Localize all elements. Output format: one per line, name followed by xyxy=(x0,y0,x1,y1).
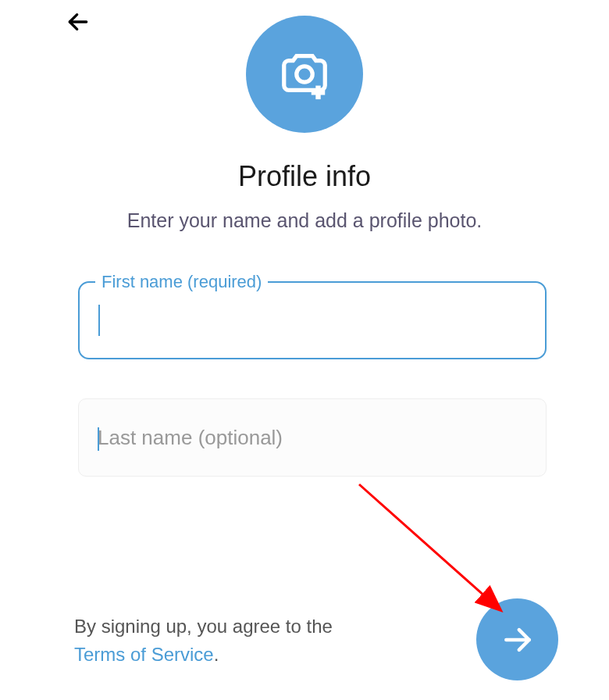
last-name-placeholder: Last name (optional) xyxy=(98,426,283,450)
first-name-input[interactable] xyxy=(100,309,526,333)
svg-line-6 xyxy=(359,484,500,609)
last-name-field-container: Last name (optional) xyxy=(78,398,547,477)
add-photo-button[interactable] xyxy=(246,16,363,133)
next-button[interactable] xyxy=(476,598,558,680)
terms-text: By signing up, you agree to the Terms of… xyxy=(74,612,355,669)
first-name-field[interactable]: First name (required) xyxy=(78,281,547,359)
first-name-label: First name (required) xyxy=(95,272,268,292)
terms-prefix: By signing up, you agree to the xyxy=(74,616,333,637)
arrow-left-icon xyxy=(66,9,91,34)
last-name-field[interactable]: Last name (optional) xyxy=(78,398,547,477)
camera-add-icon xyxy=(277,47,332,102)
first-name-field-container: First name (required) xyxy=(78,281,547,359)
page-title: Profile info xyxy=(0,160,609,193)
page-subtitle: Enter your name and add a profile photo. xyxy=(0,209,609,232)
terms-of-service-link[interactable]: Terms of Service xyxy=(74,644,214,665)
terms-suffix: . xyxy=(214,644,219,665)
svg-point-1 xyxy=(297,66,312,82)
arrow-right-icon xyxy=(500,623,535,657)
back-button[interactable] xyxy=(62,6,94,38)
